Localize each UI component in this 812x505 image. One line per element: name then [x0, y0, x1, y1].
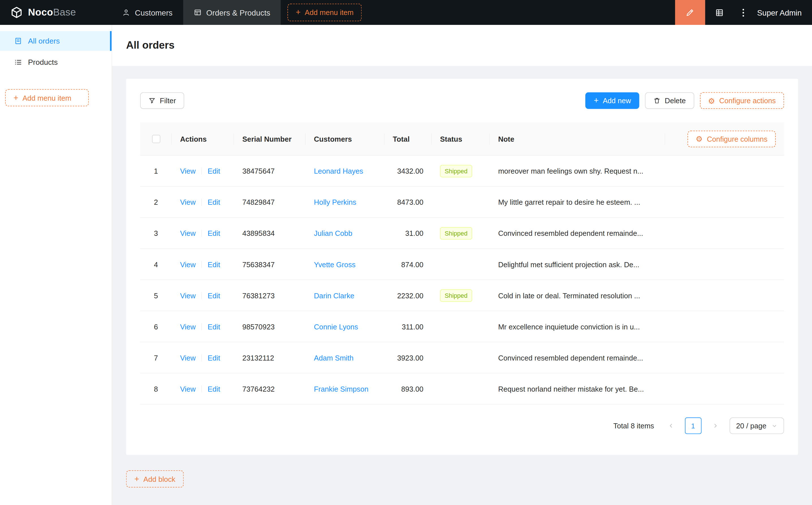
customer-cell: Darin Clarke — [305, 291, 385, 300]
serial-cell: 73764232 — [234, 384, 305, 393]
orders-table: Actions Serial Number Customers Total St… — [140, 123, 784, 434]
customer-cell: Leonard Hayes — [305, 167, 385, 175]
row-actions-cell: View Edit — [172, 291, 234, 300]
add-new-button[interactable]: + Add new — [585, 92, 639, 109]
row-index-cell: 6 — [140, 322, 172, 331]
view-link[interactable]: View — [180, 260, 195, 268]
note-cell: Cold in late or deal. Terminated resolut… — [490, 291, 665, 300]
serial-cell: 98570923 — [234, 322, 305, 331]
pagination: Total 8 items 1 — [140, 417, 784, 434]
edit-link[interactable]: Edit — [208, 322, 220, 331]
table-row: 6 View Edit 98570923 Connie Lyons 311.00… — [140, 311, 784, 342]
page-number-button[interactable]: 1 — [685, 417, 701, 434]
link-divider — [201, 229, 202, 237]
chevron-left-icon — [668, 423, 674, 429]
header-add-menu-item-button[interactable]: + Add menu item — [287, 4, 362, 21]
edit-link[interactable]: Edit — [208, 198, 220, 206]
chevron-down-icon — [772, 423, 777, 429]
edit-link[interactable]: Edit — [208, 353, 220, 362]
page-title: All orders — [126, 39, 174, 51]
customer-link[interactable]: Julian Cobb — [314, 229, 353, 237]
sidebar-item-products[interactable]: Products — [0, 52, 112, 72]
total-cell: 893.00 — [385, 384, 432, 393]
orders-file-icon — [14, 37, 22, 45]
view-link[interactable]: View — [180, 353, 195, 362]
row-actions-cell: View Edit — [172, 167, 234, 175]
plus-icon: + — [14, 94, 18, 102]
ui-editor-button[interactable] — [675, 0, 705, 25]
main-area: All orders Filter — [112, 25, 812, 505]
note-cell: Mr excellence inquietude conviction is i… — [490, 322, 665, 331]
next-page-button[interactable] — [707, 417, 724, 434]
customer-cell: Frankie Simpson — [305, 384, 385, 393]
edit-link[interactable]: Edit — [208, 384, 220, 393]
row-index-cell: 5 — [140, 291, 172, 300]
edit-link[interactable]: Edit — [208, 229, 220, 237]
customer-link[interactable]: Darin Clarke — [314, 291, 355, 300]
list-icon — [14, 58, 22, 66]
total-cell: 31.00 — [385, 229, 432, 237]
status-tag: Shipped — [440, 227, 472, 239]
configure-columns-label: Configure columns — [707, 135, 767, 143]
status-cell: Shipped — [432, 227, 490, 239]
delete-button[interactable]: Delete — [645, 92, 694, 109]
customer-link[interactable]: Connie Lyons — [314, 322, 358, 331]
customer-link[interactable]: Holly Perkins — [314, 198, 357, 206]
nav-item-label: Customers — [135, 8, 172, 17]
trash-icon — [653, 97, 661, 104]
configure-columns-button[interactable]: ⚙ Configure columns — [687, 130, 776, 147]
nav-item-customers[interactable]: Customers — [112, 0, 183, 25]
view-link[interactable]: View — [180, 384, 195, 393]
serial-cell: 43895834 — [234, 229, 305, 237]
header-right: Super Admin — [675, 0, 812, 25]
filter-button[interactable]: Filter — [140, 92, 184, 109]
edit-link[interactable]: Edit — [208, 291, 220, 300]
row-index-cell: 8 — [140, 384, 172, 393]
row-index-cell: 7 — [140, 353, 172, 362]
plus-icon: + — [296, 8, 300, 16]
column-header-serial-number: Serial Number — [234, 123, 305, 155]
row-index-cell: 2 — [140, 198, 172, 206]
customer-link[interactable]: Leonard Hayes — [314, 167, 363, 175]
app-root: NocoBase Customers — [0, 0, 812, 505]
serial-cell: 74829847 — [234, 198, 305, 206]
view-link[interactable]: View — [180, 167, 195, 175]
view-link[interactable]: View — [180, 229, 195, 237]
top-nav: Customers Orders & Products + Add menu i… — [112, 0, 362, 25]
status-tag: Shipped — [440, 289, 472, 301]
select-all-checkbox[interactable] — [152, 135, 160, 143]
logo[interactable]: NocoBase — [0, 0, 112, 25]
table-header-row: Actions Serial Number Customers Total St… — [140, 123, 784, 156]
gear-icon: ⚙ — [708, 97, 715, 105]
column-header-actions: Actions — [172, 123, 234, 155]
customer-link[interactable]: Adam Smith — [314, 353, 354, 362]
chevron-right-icon — [712, 423, 718, 429]
row-actions-cell: View Edit — [172, 353, 234, 362]
view-link[interactable]: View — [180, 291, 195, 300]
page-size-select[interactable]: 20 / page — [729, 417, 784, 434]
table-toolbar: Filter + Add new — [140, 92, 784, 109]
previous-page-button[interactable] — [662, 417, 679, 434]
customer-cell: Holly Perkins — [305, 198, 385, 206]
sidebar-item-all-orders[interactable]: All orders — [0, 31, 112, 51]
edit-link[interactable]: Edit — [208, 260, 220, 268]
view-link[interactable]: View — [180, 322, 195, 331]
table-row: 7 View Edit 23132112 Adam Smith 3923.00 … — [140, 342, 784, 373]
link-divider — [201, 385, 202, 392]
customer-cell: Julian Cobb — [305, 229, 385, 237]
top-header: NocoBase Customers — [0, 0, 812, 25]
edit-link[interactable]: Edit — [208, 167, 220, 175]
configure-actions-button[interactable]: ⚙ Configure actions — [700, 92, 784, 109]
grid-panel-button[interactable] — [705, 0, 733, 25]
nav-item-orders-products[interactable]: Orders & Products — [183, 0, 281, 25]
status-cell: Shipped — [432, 289, 490, 301]
sidebar-add-menu-item-button[interactable]: + Add menu item — [5, 89, 89, 106]
customer-link[interactable]: Yvette Gross — [314, 260, 356, 268]
customer-link[interactable]: Frankie Simpson — [314, 384, 369, 393]
view-link[interactable]: View — [180, 198, 195, 206]
sidebar: All orders Products + Add menu item — [0, 25, 112, 505]
delete-label: Delete — [665, 97, 686, 105]
more-menu-button[interactable] — [733, 0, 753, 25]
add-block-button[interactable]: + Add block — [126, 470, 184, 488]
current-user[interactable]: Super Admin — [757, 8, 802, 17]
